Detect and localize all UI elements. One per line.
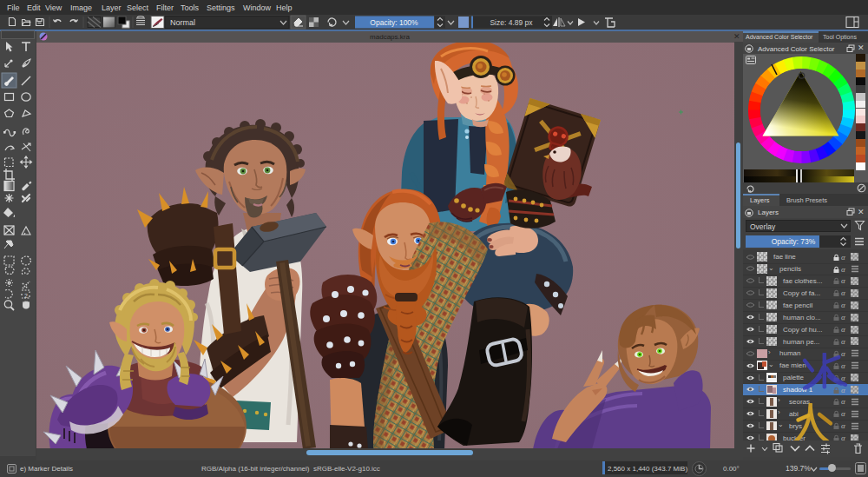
svg-text:Size: 4.89 px: Size: 4.89 px [490,18,533,27]
svg-text:Normal: Normal [170,18,195,27]
svg-text:2: 2 [24,293,28,299]
svg-text:Opacity: 100%: Opacity: 100% [370,18,418,27]
